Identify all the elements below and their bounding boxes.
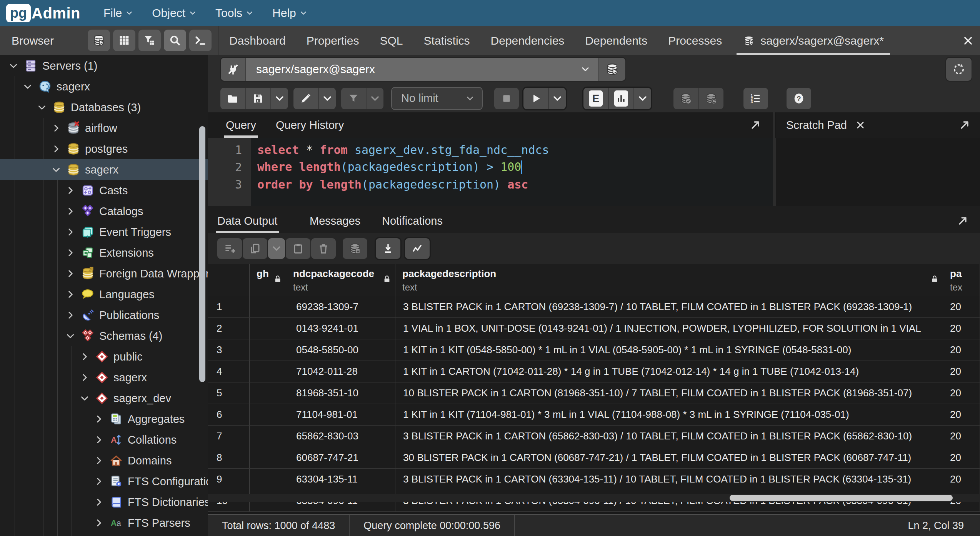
expand-scratch-icon[interactable] xyxy=(957,118,972,132)
execute-button[interactable] xyxy=(523,88,548,109)
chevron-right-icon[interactable] xyxy=(65,206,75,216)
add-row-button[interactable] xyxy=(217,238,242,259)
tree-item-schemas-4-[interactable]: Schemas (4) xyxy=(0,326,208,346)
tree-item-casts[interactable]: Casts xyxy=(0,180,208,201)
expand-output-icon[interactable] xyxy=(955,214,970,228)
chevron-down-icon[interactable] xyxy=(65,331,75,341)
tree-item-sagerx-dev[interactable]: sagerx_dev xyxy=(0,388,208,409)
connection-select[interactable]: sagerx/sagerx@sagerx xyxy=(246,58,598,81)
data-cell[interactable]: 20 xyxy=(943,361,980,382)
chevron-right-icon[interactable] xyxy=(94,497,104,507)
delete-button[interactable] xyxy=(311,238,336,259)
data-cell[interactable] xyxy=(250,469,286,490)
table-row[interactable]: 20143-9241-011 VIAL in 1 BOX, UNIT-DOSE … xyxy=(208,318,980,339)
tab-data-output[interactable]: Data Output xyxy=(217,208,277,234)
tree-item-fts-dictionaries[interactable]: FTS Dictionaries xyxy=(0,492,208,513)
data-cell[interactable]: 20 xyxy=(943,447,980,468)
tree-item-sagerx[interactable]: sagerx xyxy=(0,76,208,97)
data-cell[interactable]: 63304-135-11 xyxy=(286,469,395,490)
chevron-right-icon[interactable] xyxy=(80,372,90,382)
tree-item-extensions[interactable]: Extensions xyxy=(0,242,208,263)
chevron-right-icon[interactable] xyxy=(65,310,75,320)
table-row[interactable]: 963304-135-113 BLISTER PACK in 1 CARTON … xyxy=(208,469,980,490)
column-header-ndcpackagecode[interactable]: ndcpackagecodetext xyxy=(286,264,395,296)
data-cell[interactable]: 20 xyxy=(943,382,980,404)
filter-dropdown[interactable] xyxy=(366,88,383,109)
row-number-cell[interactable]: 7 xyxy=(208,426,250,447)
paste-button[interactable] xyxy=(286,238,310,259)
new-connection-button[interactable] xyxy=(598,58,625,81)
tab-notifications[interactable]: Notifications xyxy=(382,208,443,234)
data-cell[interactable]: 69238-1309-7 xyxy=(286,296,395,317)
data-cell[interactable]: 65862-830-03 xyxy=(286,426,395,447)
column-header-rownum[interactable] xyxy=(208,264,250,296)
chevron-down-icon[interactable] xyxy=(80,393,90,403)
data-cell[interactable]: 3 BLISTER PACK in 1 CARTON (63304-135-11… xyxy=(395,469,943,490)
tree-item-foreign-data-wrappers[interactable]: Foreign Data Wrappers xyxy=(0,263,208,284)
data-cell[interactable]: 3 BLISTER PACK in 1 CARTON (69238-1309-7… xyxy=(395,296,943,317)
row-number-cell[interactable]: 8 xyxy=(208,447,250,468)
tree-item-fts-configurations[interactable]: FTS Configurations xyxy=(0,471,208,492)
psql-tool-button[interactable] xyxy=(189,30,212,51)
data-cell[interactable]: 20 xyxy=(943,339,980,361)
chevron-right-icon[interactable] xyxy=(65,185,75,195)
tree-item-catalogs[interactable]: Catalogs xyxy=(0,201,208,222)
tab-dependents[interactable]: Dependents xyxy=(583,26,649,55)
table-row[interactable]: 30548-5850-001 KIT in 1 KIT (0548-5850-0… xyxy=(208,339,980,361)
tab-sql[interactable]: SQL xyxy=(378,26,405,55)
tree-item-domains[interactable]: Domains xyxy=(0,450,208,471)
column-header-gh[interactable]: gh xyxy=(250,264,286,296)
column-header-pa[interactable]: patex xyxy=(943,264,980,296)
tree-item-fts-parsers[interactable]: AaFTS Parsers xyxy=(0,513,208,533)
tab-dependencies[interactable]: Dependencies xyxy=(489,26,566,55)
chevron-right-icon[interactable] xyxy=(51,144,61,154)
data-cell[interactable] xyxy=(250,361,286,382)
tab-properties[interactable]: Properties xyxy=(305,26,361,55)
tree-item-databases-3-[interactable]: Databases (3) xyxy=(0,97,208,118)
tree-item-airflow[interactable]: airflow xyxy=(0,118,208,139)
execute-dropdown[interactable] xyxy=(548,88,566,109)
chevron-right-icon[interactable] xyxy=(94,456,104,466)
row-number-cell[interactable]: 9 xyxy=(208,469,250,490)
sql-editor[interactable]: 1select * from sagerx_dev.stg_fda_ndc__n… xyxy=(208,138,773,206)
tree-item-event-triggers[interactable]: Event Triggers xyxy=(0,222,208,242)
expand-editor-icon[interactable] xyxy=(748,118,763,132)
chevron-down-icon[interactable] xyxy=(37,102,47,112)
table-row[interactable]: 471042-011-281 KIT in 1 CARTON (71042-01… xyxy=(208,361,980,382)
data-cell[interactable] xyxy=(250,318,286,339)
chevron-down-icon[interactable] xyxy=(8,61,18,71)
data-cell[interactable] xyxy=(250,339,286,361)
tree-item-public[interactable]: public xyxy=(0,346,208,367)
view-data-button[interactable] xyxy=(113,30,135,51)
data-cell[interactable]: 30 BLISTER PACK in 1 CARTON (60687-747-2… xyxy=(395,447,943,468)
data-cell[interactable] xyxy=(250,426,286,447)
tab-sagerx-sagerx-sagerx-[interactable]: sagerx/sagerx@sagerx* xyxy=(741,26,885,55)
filter-button[interactable] xyxy=(341,88,366,109)
row-limit-select[interactable]: No limit xyxy=(391,87,483,110)
close-tab-button[interactable] xyxy=(962,26,974,55)
data-cell[interactable] xyxy=(250,404,286,425)
chevron-right-icon[interactable] xyxy=(65,227,75,237)
tab-statistics[interactable]: Statistics xyxy=(422,26,472,55)
chevron-right-icon[interactable] xyxy=(80,352,90,362)
chevron-right-icon[interactable] xyxy=(94,435,104,445)
copy-dropdown[interactable] xyxy=(268,238,285,259)
row-number-cell[interactable]: 5 xyxy=(208,382,250,404)
data-cell[interactable]: 20 xyxy=(943,404,980,425)
chevron-right-icon[interactable] xyxy=(51,123,61,133)
help-button[interactable]: ? xyxy=(787,88,811,109)
data-cell[interactable]: 1 KIT in 1 CARTON (71042-011-28) * 14 g … xyxy=(395,361,943,382)
data-cell[interactable]: 3 BLISTER PACK in 1 CARTON (65862-830-03… xyxy=(395,426,943,447)
table-row[interactable]: 671104-981-011 KIT in 1 KIT (71104-981-0… xyxy=(208,404,980,426)
explain-dropdown[interactable] xyxy=(633,88,651,109)
data-cell[interactable]: 0548-5850-00 xyxy=(286,339,395,361)
open-file-button[interactable] xyxy=(220,88,245,109)
search-objects-button[interactable] xyxy=(164,30,186,51)
data-cell[interactable]: 71042-011-28 xyxy=(286,361,395,382)
table-row[interactable]: 581968-351-1010 BLISTER PACK in 1 CARTON… xyxy=(208,382,980,404)
tree-item-servers-1-[interactable]: Servers (1) xyxy=(0,55,208,76)
chevron-down-icon[interactable] xyxy=(23,82,33,92)
chevron-right-icon[interactable] xyxy=(65,269,75,279)
chevron-down-icon[interactable] xyxy=(51,165,61,175)
data-cell[interactable]: 1 KIT in 1 KIT (71104-981-01) * 3 mL in … xyxy=(395,404,943,425)
